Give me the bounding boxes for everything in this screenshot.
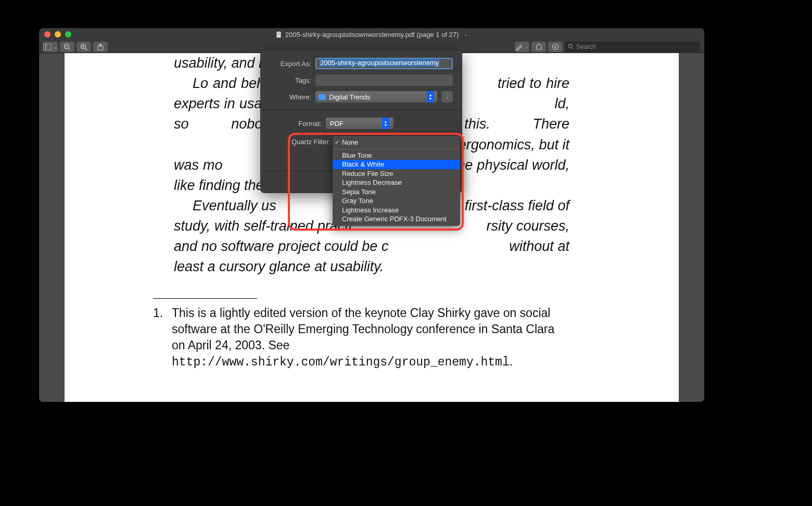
expand-location-button[interactable]: ⌄ — [441, 91, 453, 103]
share-button[interactable] — [93, 42, 108, 52]
select-stepper-icon: ▲▼ — [382, 118, 389, 129]
sidebar-icon — [43, 44, 52, 50]
quartz-option-gray-tone[interactable]: Gray Tone — [333, 196, 460, 206]
footnote-divider — [153, 298, 257, 299]
filename-selected-text: 2005-shirky-agroupisitsownworstenemy — [319, 59, 440, 67]
where-location-select[interactable]: Digital Trends ▲▼ — [315, 91, 437, 103]
svg-rect-2 — [277, 33, 280, 34]
minimize-window-button[interactable] — [55, 31, 61, 37]
quartz-option-lightness-increase[interactable]: Lightness Increase — [333, 206, 460, 215]
window-title: 2005-shirky-agroupisitsownworstenemy.pdf… — [39, 31, 704, 39]
quartz-option-pdfx3[interactable]: Create Generic PDFX-3 Document — [333, 214, 460, 224]
quartz-option-blue-tone[interactable]: Blue Tone — [333, 151, 460, 160]
quartz-option-none[interactable]: None — [333, 138, 460, 147]
footnote: 1. This is a lightly edited version of t… — [153, 305, 569, 371]
option-label: Sepia Tone — [342, 188, 376, 196]
title-dropdown-chevron-icon[interactable]: ⌄ — [464, 32, 468, 37]
footnote-url: http://www.shirky.com/writings/group_ene… — [172, 356, 510, 369]
svg-rect-1 — [277, 33, 280, 33]
option-label: Reduce File Size — [342, 170, 393, 178]
svg-line-6 — [69, 48, 71, 50]
option-label: Black & White — [342, 160, 384, 168]
chevron-down-icon: ⌄ — [525, 44, 529, 49]
where-label: Where: — [270, 93, 311, 101]
option-label: Create Generic PDFX-3 Document — [342, 215, 447, 223]
quartz-option-sepia-tone[interactable]: Sepia Tone — [333, 187, 460, 197]
marker-icon: A — [552, 43, 559, 50]
window-title-text: 2005-shirky-agroupisitsownworstenemy.pdf… — [285, 31, 459, 39]
option-label: Lightness Decrease — [342, 179, 402, 186]
quartz-option-lightness-decrease[interactable]: Lightness Decrease — [333, 178, 460, 187]
quartz-option-reduce-file-size[interactable]: Reduce File Size — [333, 169, 460, 179]
export-filename-input[interactable]: 2005-shirky-agroupisitsownworstenemy — [315, 58, 453, 69]
export-as-label: Export As: — [270, 60, 311, 68]
format-select[interactable]: PDF ▲▼ — [326, 118, 394, 129]
pencil-icon — [515, 43, 523, 50]
zoom-in-icon — [80, 43, 87, 50]
quartz-filter-label: Quartz Filter: — [291, 138, 331, 146]
highlight-button[interactable]: A — [548, 42, 563, 52]
footnote-body: This is a lightly edited version of the … — [172, 305, 569, 371]
svg-text:A: A — [554, 45, 557, 49]
option-label: Lightness Increase — [342, 206, 399, 214]
format-value: PDF — [330, 120, 344, 128]
traffic-lights — [39, 31, 71, 37]
quartz-filter-dropdown: None Blue Tone Black & White Reduce File… — [333, 136, 460, 226]
markup-button[interactable]: ⌄ — [515, 42, 529, 52]
zoom-out-button[interactable] — [60, 42, 74, 52]
option-label: Gray Tone — [342, 197, 373, 205]
tags-label: Tags: — [270, 77, 311, 84]
quartz-option-black-white[interactable]: Black & White — [333, 160, 460, 169]
search-placeholder: Search — [576, 43, 596, 50]
svg-rect-0 — [276, 31, 281, 37]
tags-input[interactable] — [315, 74, 453, 86]
chevron-down-icon: ⌄ — [445, 94, 449, 99]
sidebar-toggle-button[interactable]: ⌄ — [43, 42, 58, 52]
svg-rect-14 — [537, 45, 541, 49]
rotate-button[interactable] — [531, 42, 546, 52]
zoom-out-icon — [64, 43, 71, 50]
svg-point-17 — [568, 44, 572, 48]
option-label: None — [342, 138, 358, 146]
search-field[interactable]: Search — [565, 42, 700, 52]
rotate-icon — [536, 43, 542, 50]
svg-line-9 — [85, 48, 87, 50]
select-stepper-icon: ▲▼ — [427, 91, 434, 103]
svg-line-18 — [572, 48, 574, 49]
format-label: Format: — [270, 120, 322, 128]
chevron-down-icon: ⌄ — [54, 44, 58, 49]
zoom-in-button[interactable] — [77, 42, 91, 52]
svg-rect-3 — [43, 44, 52, 50]
body-text: Eventually us — [193, 198, 276, 213]
footnote-text: This is a lightly edited version of the … — [172, 306, 554, 352]
dropdown-separator — [333, 149, 460, 149]
option-label: Blue Tone — [342, 151, 372, 159]
where-value: Digital Trends — [329, 93, 370, 101]
footnote-number: 1. — [153, 305, 164, 371]
search-icon — [568, 44, 574, 49]
fullscreen-window-button[interactable] — [65, 31, 71, 37]
folder-icon — [319, 94, 326, 100]
close-window-button[interactable] — [44, 31, 50, 37]
titlebar: 2005-shirky-agroupisitsownworstenemy.pdf… — [39, 28, 704, 41]
share-icon — [97, 43, 104, 50]
document-icon — [275, 31, 282, 38]
